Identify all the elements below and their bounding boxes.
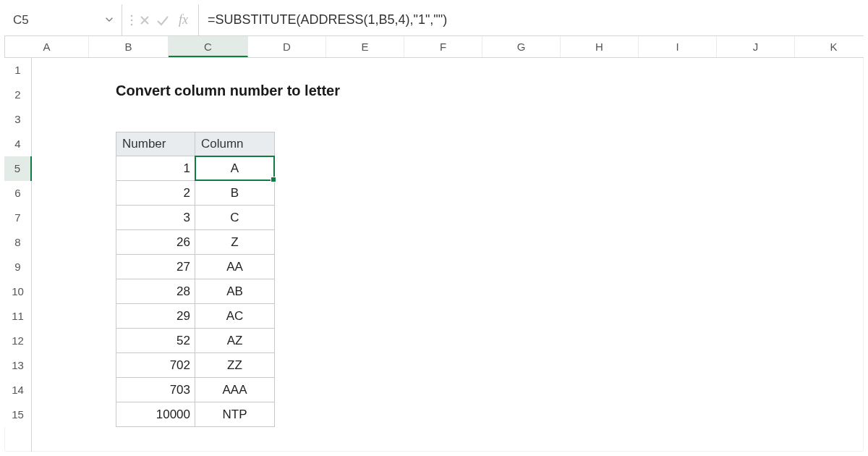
column-header-K[interactable]: K (795, 36, 864, 57)
cell-column[interactable]: AAA (195, 378, 275, 402)
cell-number[interactable]: 26 (116, 230, 195, 255)
cell-number[interactable]: 10000 (116, 402, 195, 427)
row-header-15[interactable]: 15 (4, 402, 31, 427)
header-number[interactable]: Number (116, 132, 195, 156)
app-window: C5 fx =SUBSTITUTE(ADDRESS(1,B5,4),"1",""… (0, 0, 868, 456)
formula-bar-buttons: fx (122, 4, 199, 35)
vertical-dots-icon (129, 14, 134, 27)
name-box[interactable]: C5 (4, 4, 122, 35)
column-header-C[interactable]: C (169, 36, 248, 57)
fx-icon[interactable]: fx (174, 12, 191, 28)
row-header-1[interactable]: 1 (4, 58, 31, 83)
cell-column[interactable]: Z (195, 230, 275, 255)
cell-number[interactable]: 702 (116, 353, 195, 378)
cell-column[interactable]: AB (195, 279, 275, 304)
row-header-14[interactable]: 14 (4, 378, 31, 402)
cell-number[interactable]: 1 (116, 156, 195, 181)
cell-column[interactable]: ZZ (195, 353, 275, 378)
cell-column[interactable]: C (195, 206, 275, 230)
column-header-B[interactable]: B (89, 36, 169, 57)
column-header-J[interactable]: J (717, 36, 795, 57)
table-header-row: Number Column (116, 132, 275, 156)
enter-icon[interactable] (156, 14, 170, 27)
cell-number[interactable]: 703 (116, 378, 195, 402)
table-row: 52AZ (116, 329, 275, 353)
svg-point-2 (131, 23, 132, 25)
table-row: 3C (116, 206, 275, 230)
table-row: 28AB (116, 279, 275, 304)
row-header-11[interactable]: 11 (4, 304, 31, 329)
column-header-D[interactable]: D (248, 36, 326, 57)
cell-number[interactable]: 52 (116, 329, 195, 353)
column-header-A[interactable]: A (5, 36, 89, 57)
row-header-13[interactable]: 13 (4, 353, 31, 378)
row-header-9[interactable]: 9 (4, 255, 31, 279)
cell-number[interactable]: 29 (116, 304, 195, 329)
formula-bar-row: C5 fx =SUBSTITUTE(ADDRESS(1,B5,4),"1",""… (4, 4, 864, 36)
formula-text: =SUBSTITUTE(ADDRESS(1,B5,4),"1","") (208, 12, 447, 28)
svg-point-0 (131, 14, 132, 16)
header-column[interactable]: Column (195, 132, 275, 156)
column-header-F[interactable]: F (404, 36, 482, 57)
cell-column[interactable]: AC (195, 304, 275, 329)
row-header-2[interactable]: 2 (4, 83, 31, 107)
cell-number[interactable]: 2 (116, 181, 195, 206)
table-row: 27AA (116, 255, 275, 279)
cell-column[interactable]: NTP (195, 402, 275, 427)
column-header-I[interactable]: I (639, 36, 717, 57)
column-headers: ABCDEFGHIJK (4, 36, 864, 58)
svg-point-1 (131, 19, 132, 20)
column-header-E[interactable]: E (326, 36, 404, 57)
column-header-H[interactable]: H (561, 36, 639, 57)
cell-number[interactable]: 3 (116, 206, 195, 230)
table-row: 29AC (116, 304, 275, 329)
grid: ABCDEFGHIJK 123456789101112131415 Conver… (4, 36, 864, 452)
table-row: 26Z (116, 230, 275, 255)
chevron-down-icon[interactable] (104, 14, 114, 26)
page-title: Convert column number to letter (116, 83, 340, 99)
cell-column[interactable]: AA (195, 255, 275, 279)
cell-column[interactable]: A (195, 156, 275, 181)
formula-input[interactable]: =SUBSTITUTE(ADDRESS(1,B5,4),"1","") (199, 4, 864, 35)
data-table: Number Column 1A2B3C26Z27AA28AB29AC52AZ7… (116, 132, 275, 427)
table-row: 1A (116, 156, 275, 181)
row-header-12[interactable]: 12 (4, 329, 31, 353)
select-all-corner[interactable] (4, 36, 5, 57)
table-row: 2B (116, 181, 275, 206)
row-header-3[interactable]: 3 (4, 107, 31, 132)
row-header-6[interactable]: 6 (4, 181, 31, 206)
cancel-icon[interactable] (138, 14, 151, 27)
cell-number[interactable]: 28 (116, 279, 195, 304)
column-header-G[interactable]: G (482, 36, 561, 57)
row-header-7[interactable]: 7 (4, 206, 31, 230)
cells-area[interactable]: Convert column number to letter Number C… (32, 58, 864, 452)
row-header-10[interactable]: 10 (4, 279, 31, 304)
table-row: 702ZZ (116, 353, 275, 378)
table-row: 703AAA (116, 378, 275, 402)
name-box-text: C5 (13, 13, 29, 28)
row-header-4[interactable]: 4 (4, 132, 31, 156)
cell-column[interactable]: AZ (195, 329, 275, 353)
cell-number[interactable]: 27 (116, 255, 195, 279)
cell-column[interactable]: B (195, 181, 275, 206)
row-headers: 123456789101112131415 (4, 58, 32, 452)
row-header-8[interactable]: 8 (4, 230, 31, 255)
row-header-5[interactable]: 5 (4, 156, 32, 181)
table-row: 10000NTP (116, 402, 275, 427)
